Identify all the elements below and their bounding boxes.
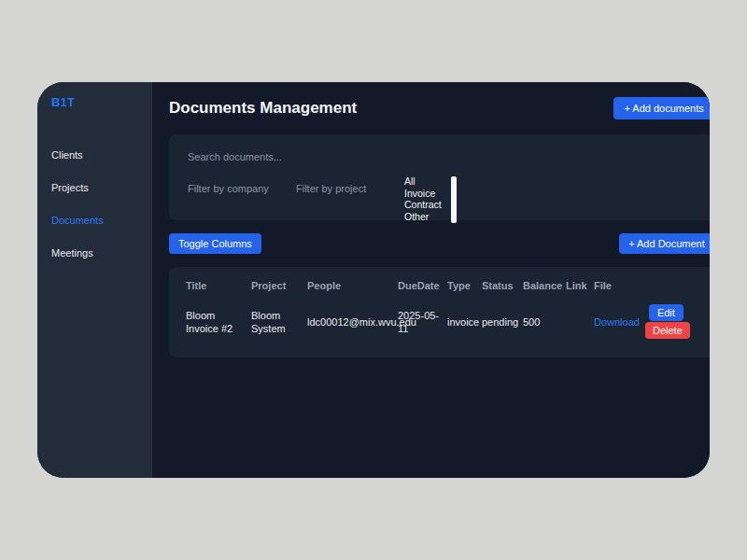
project-filter-input[interactable] — [296, 175, 404, 196]
type-filter-options: All Invoice Contract Other — [404, 175, 445, 224]
table-toolbar: Toggle Columns + Add Document — [169, 233, 710, 254]
sidebar-item-meetings[interactable]: Meetings — [51, 243, 138, 263]
column-header-project: Project — [251, 280, 307, 301]
add-document-button[interactable]: + Add Document — [619, 233, 710, 254]
sidebar-item-projects[interactable]: Projects — [51, 177, 138, 198]
cell-balance: 500 — [523, 301, 566, 343]
column-header-title: Title — [186, 280, 251, 301]
type-option-contract[interactable]: Contract — [404, 199, 445, 211]
sidebar-nav: Clients Projects Documents Meetings — [51, 145, 138, 263]
column-header-balance: Balance — [523, 280, 566, 301]
cell-project: Bloom System — [251, 301, 307, 343]
document-title: Bloom Invoice #2 — [186, 309, 244, 335]
type-option-all[interactable]: All — [404, 175, 445, 188]
cell-link — [566, 301, 594, 343]
type-option-other[interactable]: Other — [404, 211, 445, 223]
filter-row: All Invoice Contract Other — [188, 175, 696, 224]
column-header-type: Type — [447, 280, 482, 301]
cell-people: ldc00012@mix.wvu.edu — [307, 301, 398, 343]
app-logo: B1T — [51, 95, 138, 109]
column-header-file: File — [594, 280, 642, 301]
type-filter-listbox[interactable]: All Invoice Contract Other — [404, 175, 457, 224]
cell-title: Bloom Invoice #2 — [186, 301, 251, 343]
type-option-invoice[interactable]: Invoice — [404, 188, 445, 200]
cell-file: Download — [594, 301, 642, 343]
cell-actions: Edit Delete — [642, 301, 698, 343]
column-header-people: People — [307, 280, 398, 301]
page-header: Documents Management + Add documents — [169, 97, 710, 119]
filters-panel: All Invoice Contract Other — [169, 134, 710, 220]
column-header-status: Status — [482, 280, 523, 301]
documents-table-panel: Title Project People DueDate Type Status… — [169, 267, 710, 357]
page-title: Documents Management — [169, 99, 357, 118]
sidebar-item-documents[interactable]: Documents — [51, 210, 138, 231]
column-header-actions — [642, 280, 698, 301]
document-status: pending — [482, 315, 518, 329]
cell-status: pending — [482, 301, 523, 343]
edit-button[interactable]: Edit — [649, 304, 684, 321]
sidebar-item-clients[interactable]: Clients — [51, 145, 138, 165]
search-input[interactable] — [188, 149, 486, 164]
column-header-link: Link — [566, 280, 594, 301]
add-documents-button[interactable]: + Add documents — [613, 97, 710, 119]
document-balance: 500 — [523, 315, 540, 329]
download-link[interactable]: Download — [594, 315, 640, 329]
column-header-duedate: DueDate — [398, 280, 447, 301]
sidebar: B1T Clients Projects Documents Meetings — [37, 82, 152, 478]
listbox-scrollbar[interactable] — [451, 176, 457, 223]
app-window: B1T Clients Projects Documents Meetings … — [37, 82, 710, 478]
cell-duedate: 2025-05-11 — [398, 301, 447, 343]
table-header-row: Title Project People DueDate Type Status… — [186, 280, 698, 301]
main-content: Documents Management + Add documents All… — [152, 82, 710, 478]
cell-type: invoice — [447, 301, 482, 343]
company-filter-input[interactable] — [188, 175, 296, 196]
toggle-columns-button[interactable]: Toggle Columns — [169, 233, 261, 254]
document-type: invoice — [447, 315, 479, 329]
delete-button[interactable]: Delete — [645, 322, 690, 339]
table-row: Bloom Invoice #2 Bloom System ldc00012@m… — [186, 301, 698, 343]
document-project: Bloom System — [251, 309, 300, 335]
document-due-date: 2025-05-11 — [398, 309, 440, 335]
